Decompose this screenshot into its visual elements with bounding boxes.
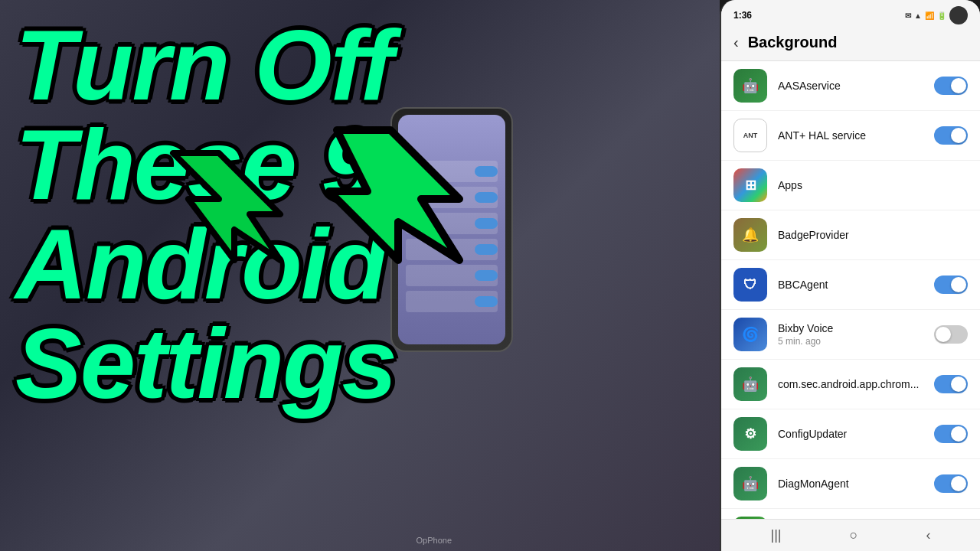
app-name: ConfigUpdater: [778, 428, 923, 440]
app-icon: 🔔: [733, 218, 767, 252]
app-name: AASAservice: [778, 80, 923, 92]
watermark: OpPhone: [416, 536, 452, 545]
app-list-item[interactable]: 🤖 DQA: [721, 509, 980, 519]
app-icon: 🤖: [733, 367, 767, 401]
status-icons: ✉ ▲ 📶 🔋: [905, 6, 968, 24]
title-line1: Turn Off: [15, 15, 551, 115]
app-name: DiagMonAgent: [778, 478, 923, 490]
app-info: BadgeProvider: [778, 229, 968, 241]
app-list-item[interactable]: 🔔 BadgeProvider: [721, 210, 980, 260]
title-line4: Settings: [15, 314, 551, 413]
title-line2: These 9: [15, 115, 551, 214]
app-list-item[interactable]: 🤖 AASAservice: [721, 61, 980, 111]
notification-icon: ✉: [905, 11, 911, 20]
app-icon: 🌀: [733, 318, 767, 351]
app-list-item[interactable]: 🛡 BBCAgent: [721, 260, 980, 310]
title-line3: Android: [15, 214, 551, 314]
app-info: ANT+ HAL service: [778, 129, 923, 142]
toggle-switch[interactable]: [934, 375, 968, 393]
app-icon: ⊞: [733, 168, 767, 202]
app-list-item[interactable]: 🤖 com.sec.android.app.chrom...: [721, 360, 980, 409]
toggle-switch[interactable]: [934, 325, 968, 344]
app-info: AASAservice: [778, 80, 923, 92]
app-list: 🤖 AASAservice ANT ANT+ HAL service ⊞ App…: [721, 61, 980, 519]
app-list-item[interactable]: ANT ANT+ HAL service: [721, 111, 980, 161]
app-list-item[interactable]: ⊞ Apps: [721, 161, 980, 210]
page-header: ‹ Background: [721, 28, 980, 61]
app-name: BadgeProvider: [778, 229, 968, 241]
app-name: ANT+ HAL service: [778, 129, 923, 142]
app-name: BBCAgent: [778, 279, 923, 291]
overlay-text: Turn Off These 9 Android Settings: [15, 15, 551, 413]
app-info: DiagMonAgent: [778, 478, 923, 490]
avatar-icon: [949, 6, 968, 24]
app-info: Apps: [778, 179, 968, 191]
back-button[interactable]: ‹: [733, 34, 739, 51]
app-list-item[interactable]: 🤖 DiagMonAgent: [721, 459, 980, 509]
back-nav-button[interactable]: ‹: [926, 527, 930, 543]
phone-ui-panel: 1:36 ✉ ▲ 📶 🔋 ‹ Background 🤖 AASAservice …: [720, 0, 980, 551]
app-info: com.sec.android.app.chrom...: [778, 378, 923, 390]
status-time: 1:36: [733, 10, 752, 21]
app-name: Apps: [778, 179, 968, 191]
recent-apps-button[interactable]: |||: [771, 527, 782, 543]
app-icon: 🤖: [733, 467, 767, 500]
app-subtitle: 5 min. ago: [778, 336, 923, 347]
app-info: Bixby Voice 5 min. ago: [778, 322, 923, 347]
app-info: ConfigUpdater: [778, 428, 923, 440]
signal-icon: 📶: [925, 11, 934, 20]
toggle-switch[interactable]: [934, 77, 968, 95]
app-icon: 🛡: [733, 268, 767, 302]
home-button[interactable]: ○: [850, 527, 858, 543]
toggle-switch[interactable]: [934, 126, 968, 145]
navigation-bar: ||| ○ ‹: [721, 519, 980, 551]
wifi-icon: ▲: [914, 11, 922, 20]
toggle-switch[interactable]: [934, 276, 968, 294]
app-info: BBCAgent: [778, 279, 923, 291]
toggle-switch[interactable]: [934, 425, 968, 443]
page-title: Background: [748, 34, 838, 51]
status-bar: 1:36 ✉ ▲ 📶 🔋: [721, 0, 980, 28]
app-icon: ANT: [733, 119, 767, 152]
app-name: Bixby Voice: [778, 322, 923, 334]
toggle-switch[interactable]: [934, 474, 968, 493]
app-list-item[interactable]: 🌀 Bixby Voice 5 min. ago: [721, 310, 980, 360]
app-icon: ⚙: [733, 417, 767, 451]
app-icon: 🤖: [733, 69, 767, 103]
app-list-item[interactable]: ⚙ ConfigUpdater: [721, 409, 980, 459]
app-name: com.sec.android.app.chrom...: [778, 378, 923, 390]
video-thumbnail: Turn Off These 9 Android Settings: [0, 0, 720, 551]
battery-icon: 🔋: [937, 11, 946, 20]
